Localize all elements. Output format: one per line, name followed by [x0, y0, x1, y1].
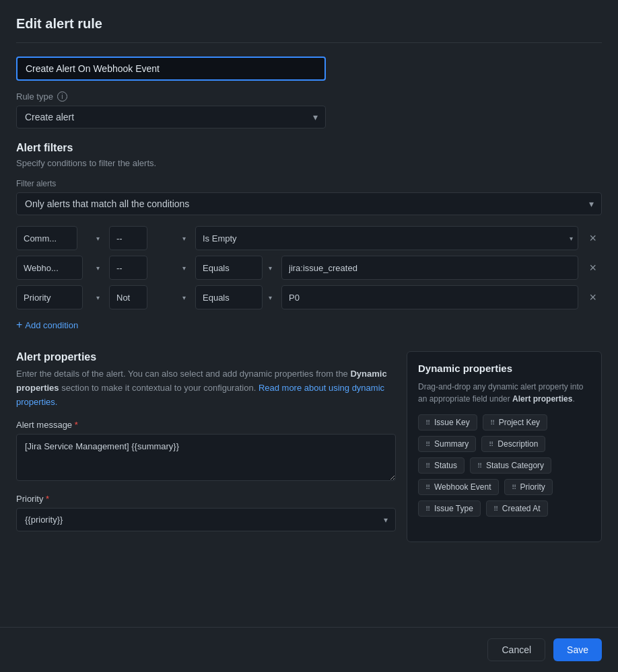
properties-left: Alert properties Enter the details of th… [16, 351, 396, 542]
footer-actions: Cancel Save [0, 627, 618, 672]
cond3-modifier-select[interactable]: Not -- [109, 285, 147, 309]
priority-select[interactable]: {{priority}} P0 P1 P2 [16, 508, 396, 531]
add-condition-plus-icon: + [16, 319, 22, 331]
filter-alerts-label: Filter alerts [16, 179, 602, 188]
condition-row-2: Webho... Comments Priority -- Not Equals… [16, 256, 602, 280]
add-condition-button[interactable]: + Add condition [16, 315, 78, 335]
prop-desc-text1: Enter the details of the alert. You can … [16, 369, 350, 379]
condition-row-1: Comm... Webhook Priority -- Not Is Empty… [16, 226, 602, 250]
dynamic-tag-webhook-event[interactable]: ⠿ Webhook Event [418, 479, 499, 495]
drag-icon-description: ⠿ [489, 441, 493, 448]
modal-title: Edit alert rule [16, 16, 602, 43]
filter-alerts-section: Filter alerts Only alerts that match all… [16, 179, 602, 215]
dynamic-tag-created-at[interactable]: ⠿ Created At [486, 500, 548, 517]
dynamic-tag-project-key[interactable]: ⠿ Project Key [483, 414, 547, 431]
cond3-operator-select[interactable]: Equals Not Equals Contains [195, 285, 263, 309]
drag-icon-status: ⠿ [425, 462, 430, 470]
dynamic-tag-created-at-label: Created At [502, 504, 541, 513]
dynamic-tag-description[interactable]: ⠿ Description [481, 436, 545, 452]
cond2-modifier-select[interactable]: -- Not [109, 256, 147, 280]
cond1-operator-select[interactable]: Is Empty Is Not Empty Equals Not Equals [195, 226, 578, 250]
dynamic-tag-priority-label: Priority [520, 482, 545, 492]
cond3-field-select[interactable]: Priority Comments Webhook [16, 285, 83, 309]
filter-mode-wrapper: Only alerts that match all the condition… [16, 192, 602, 215]
add-condition-label: Add condition [25, 320, 78, 330]
rule-type-info-icon[interactable]: i [57, 91, 67, 102]
drag-icon-status-category: ⠿ [477, 462, 482, 470]
priority-required: * [43, 494, 49, 504]
prop-desc-text2: section to make it contextual to your co… [59, 383, 256, 393]
dynamic-desc-end: . [572, 394, 574, 404]
cond2-operator-wrapper: Equals Not Equals Contains [195, 256, 276, 280]
dynamic-desc-bold: Alert properties [512, 394, 572, 404]
drag-icon-issue-key: ⠿ [425, 419, 430, 426]
dynamic-tag-status-label: Status [434, 461, 457, 470]
alert-filters-subtitle: Specify conditions to filter the alerts. [16, 158, 602, 168]
alert-properties-section: Alert properties Enter the details of th… [16, 351, 602, 542]
dynamic-tag-issue-type[interactable]: ⠿ Issue Type [418, 500, 481, 517]
cond2-value-input[interactable] [281, 256, 578, 280]
cond2-modifier-wrapper: -- Not [109, 256, 190, 280]
dynamic-tag-issue-key[interactable]: ⠿ Issue Key [418, 414, 477, 431]
dynamic-tag-priority[interactable]: ⠿ Priority [504, 479, 553, 495]
cancel-button[interactable]: Cancel [487, 638, 545, 661]
cond2-field-wrapper: Webho... Comments Priority [16, 256, 104, 280]
dynamic-tag-description-label: Description [497, 439, 538, 449]
dynamic-tag-summary[interactable]: ⠿ Summary [418, 436, 476, 452]
alert-message-label-text: Alert message * [16, 420, 396, 430]
save-button[interactable]: Save [553, 638, 602, 661]
cond2-operator-select[interactable]: Equals Not Equals Contains [195, 256, 263, 280]
alert-message-required: * [72, 420, 78, 430]
rule-type-select-wrapper: Create alert ▾ [16, 106, 326, 128]
cond3-operator-wrapper: Equals Not Equals Contains [195, 285, 276, 309]
dynamic-tag-project-key-label: Project Key [499, 418, 540, 427]
cond1-remove-button[interactable]: × [584, 229, 602, 247]
priority-select-wrapper: {{priority}} P0 P1 P2 [16, 508, 396, 531]
alert-filters-title: Alert filters [16, 142, 602, 154]
dynamic-tag-issue-key-label: Issue Key [434, 418, 470, 427]
cond3-value-input[interactable] [281, 285, 578, 309]
cond2-field-select[interactable]: Webho... Comments Priority [16, 256, 83, 280]
alert-properties-description: Enter the details of the alert. You can … [16, 367, 396, 409]
dynamic-tag-webhook-event-label: Webhook Event [434, 482, 491, 492]
alert-rule-name-input[interactable] [16, 57, 326, 81]
dynamic-tag-status[interactable]: ⠿ Status [418, 457, 465, 474]
drag-icon-created-at: ⠿ [493, 505, 498, 513]
cond3-field-wrapper: Priority Comments Webhook [16, 285, 104, 309]
dynamic-properties-panel: Dynamic properties Drag-and-drop any dyn… [407, 351, 602, 542]
condition-row-3: Priority Comments Webhook Not -- Equals … [16, 285, 602, 309]
dynamic-tags-container: ⠿ Issue Key ⠿ Project Key ⠿ Summary ⠿ De… [418, 414, 590, 517]
cond1-modifier-wrapper: -- Not [109, 226, 190, 250]
alert-message-textarea[interactable]: [Jira Service Management] {{summary}} [16, 434, 396, 481]
cond3-modifier-wrapper: Not -- [109, 285, 190, 309]
alert-properties-title: Alert properties [16, 351, 396, 363]
cond1-field-wrapper: Comm... Webhook Priority [16, 226, 104, 250]
cond1-modifier-select[interactable]: -- Not [109, 226, 147, 250]
drag-icon-issue-type: ⠿ [425, 505, 430, 513]
drag-icon-summary: ⠿ [425, 441, 430, 448]
dynamic-tag-status-category-label: Status Category [486, 461, 544, 470]
cond1-operator-wrapper: Is Empty Is Not Empty Equals Not Equals [195, 226, 578, 250]
modal: Edit alert rule Rule type i Create alert… [0, 0, 618, 672]
dynamic-properties-title: Dynamic properties [418, 363, 590, 374]
rule-type-label: Rule type [16, 91, 53, 102]
dynamic-properties-description: Drag-and-drop any dynamic alert property… [418, 381, 590, 405]
cond1-field-select[interactable]: Comm... Webhook Priority [16, 226, 77, 250]
cond3-remove-button[interactable]: × [584, 289, 602, 306]
rule-type-select[interactable]: Create alert [16, 106, 326, 128]
drag-icon-priority: ⠿ [512, 484, 516, 491]
priority-label-text: Priority * [16, 494, 396, 504]
cond2-remove-button[interactable]: × [584, 259, 602, 276]
filter-mode-select[interactable]: Only alerts that match all the condition… [16, 192, 602, 215]
dynamic-tag-issue-type-label: Issue Type [434, 504, 473, 513]
dynamic-tag-summary-label: Summary [434, 439, 469, 449]
drag-icon-webhook-event: ⠿ [425, 484, 430, 491]
drag-icon-project-key: ⠿ [490, 419, 495, 426]
dynamic-tag-status-category[interactable]: ⠿ Status Category [470, 457, 551, 474]
